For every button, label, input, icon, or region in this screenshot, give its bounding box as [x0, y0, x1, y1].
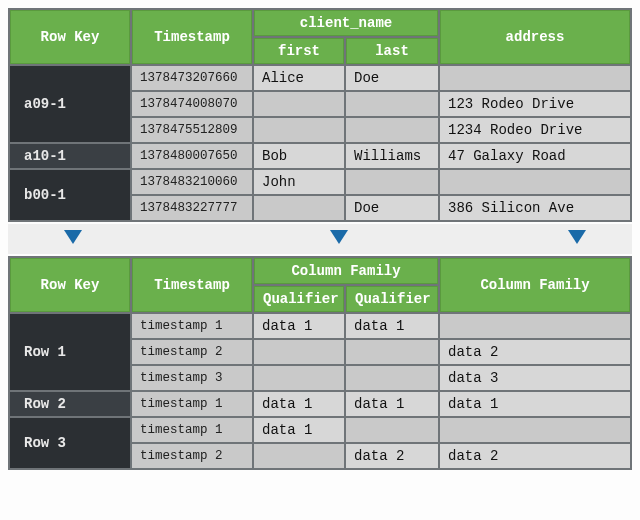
data-cell: [440, 66, 630, 90]
data-cell: [254, 366, 344, 390]
table-row: a09-11378473207660AliceDoe: [10, 66, 630, 90]
arrow-down-icon: [64, 230, 82, 244]
data-cell: [346, 92, 438, 116]
header-qualifier1: Qualifier: [254, 286, 344, 312]
arrow-down-icon: [330, 230, 348, 244]
data-cell: data 2: [440, 340, 630, 364]
data-cell: 123 Rodeo Drive: [440, 92, 630, 116]
data-cell: 1234 Rodeo Drive: [440, 118, 630, 142]
data-cell: data 1: [440, 392, 630, 416]
timestamp-cell: 1378475512809: [132, 118, 252, 142]
data-cell: [440, 314, 630, 338]
data-cell: data 2: [346, 444, 438, 468]
header-timestamp: Timestamp: [132, 258, 252, 312]
data-cell: [346, 118, 438, 142]
data-cell: 386 Silicon Ave: [440, 196, 630, 220]
concrete-table: Row Key Timestamp client_name address fi…: [8, 8, 632, 222]
data-cell: [346, 366, 438, 390]
row-key-cell: Row 3: [10, 418, 130, 468]
table-row: Row 1timestamp 1data 1data 1: [10, 314, 630, 338]
header-qualifier2: Qualifier: [346, 286, 438, 312]
data-cell: [346, 170, 438, 194]
data-cell: [254, 340, 344, 364]
timestamp-cell: timestamp 3: [132, 366, 252, 390]
row-key-cell: a10-1: [10, 144, 130, 168]
data-cell: [254, 118, 344, 142]
data-cell: [440, 418, 630, 442]
data-cell: [254, 444, 344, 468]
timestamp-cell: 1378480007650: [132, 144, 252, 168]
data-cell: Alice: [254, 66, 344, 90]
timestamp-cell: timestamp 2: [132, 340, 252, 364]
timestamp-cell: 1378483210060: [132, 170, 252, 194]
table-row: b00-11378483210060John: [10, 170, 630, 194]
timestamp-cell: timestamp 1: [132, 314, 252, 338]
data-cell: [254, 92, 344, 116]
data-cell: 47 Galaxy Road: [440, 144, 630, 168]
timestamp-cell: timestamp 1: [132, 418, 252, 442]
data-cell: [346, 340, 438, 364]
data-cell: data 1: [254, 418, 344, 442]
data-cell: Doe: [346, 66, 438, 90]
timestamp-cell: 1378483227777: [132, 196, 252, 220]
row-key-cell: Row 2: [10, 392, 130, 416]
header-family2: Column Family: [440, 258, 630, 312]
header-qualifier2: last: [346, 38, 438, 64]
timestamp-cell: timestamp 2: [132, 444, 252, 468]
header-family1: client_name: [254, 10, 438, 36]
header-timestamp: Timestamp: [132, 10, 252, 64]
abstract-table: Row Key Timestamp Column Family Column F…: [8, 256, 632, 470]
header-family1: Column Family: [254, 258, 438, 284]
data-cell: John: [254, 170, 344, 194]
header-qualifier1: first: [254, 38, 344, 64]
data-cell: data 1: [254, 392, 344, 416]
header-rowkey: Row Key: [10, 10, 130, 64]
data-cell: [346, 418, 438, 442]
row-key-cell: a09-1: [10, 66, 130, 142]
table-row: a10-11378480007650BobWilliams47 Galaxy R…: [10, 144, 630, 168]
row-key-cell: b00-1: [10, 170, 130, 220]
table-row: Row 3timestamp 1data 1: [10, 418, 630, 442]
data-cell: data 3: [440, 366, 630, 390]
data-cell: Bob: [254, 144, 344, 168]
arrow-row: [8, 224, 632, 254]
data-cell: data 1: [254, 314, 344, 338]
data-cell: Williams: [346, 144, 438, 168]
table-row: Row 2timestamp 1data 1data 1data 1: [10, 392, 630, 416]
arrow-down-icon: [568, 230, 586, 244]
data-cell: data 2: [440, 444, 630, 468]
timestamp-cell: 1378474008070: [132, 92, 252, 116]
timestamp-cell: timestamp 1: [132, 392, 252, 416]
data-cell: [254, 196, 344, 220]
timestamp-cell: 1378473207660: [132, 66, 252, 90]
header-family2: address: [440, 10, 630, 64]
data-cell: data 1: [346, 392, 438, 416]
data-cell: data 1: [346, 314, 438, 338]
data-cell: Doe: [346, 196, 438, 220]
row-key-cell: Row 1: [10, 314, 130, 390]
data-cell: [440, 170, 630, 194]
header-rowkey: Row Key: [10, 258, 130, 312]
